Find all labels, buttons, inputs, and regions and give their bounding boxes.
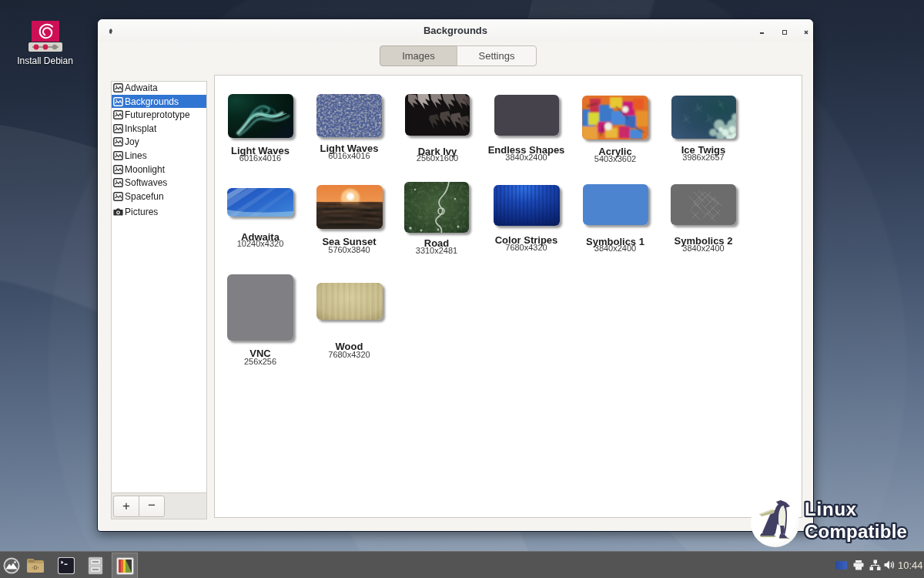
svg-text:Linux: Linux (805, 499, 857, 519)
svg-text:Compatible: Compatible (805, 521, 907, 542)
svg-text:·D·: ·D· (32, 565, 39, 570)
